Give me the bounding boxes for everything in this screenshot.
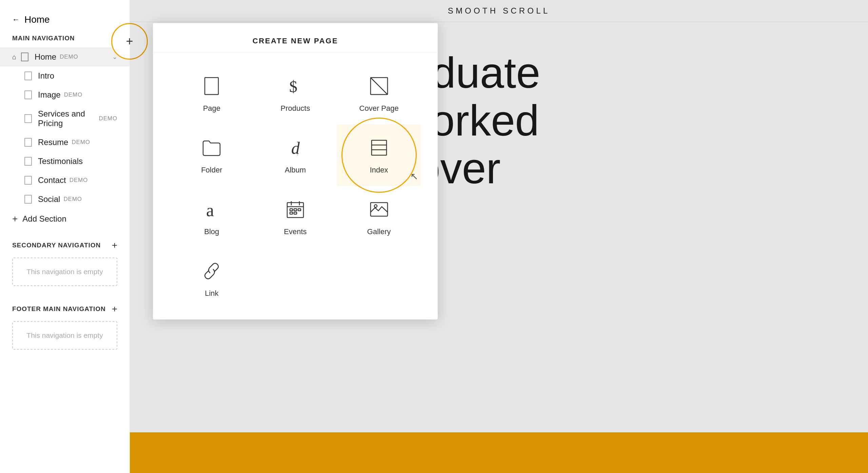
intro-label: Intro (38, 71, 54, 81)
page-icon (24, 90, 32, 99)
modal-item-folder[interactable]: Folder (170, 124, 254, 186)
add-section-label: Add Section (22, 214, 66, 224)
secondary-nav-add-button[interactable]: + (112, 240, 117, 251)
nav-item-services[interactable]: Services and Pricing DEMO (0, 104, 130, 133)
modal-item-gallery[interactable]: Gallery (337, 186, 421, 248)
nav-item-home[interactable]: ⌂ Home DEMO ⌄ (0, 47, 130, 66)
sidebar-header: ← Home (0, 0, 130, 35)
testimonials-label: Testimonials (38, 157, 83, 166)
home-demo-badge: DEMO (60, 54, 78, 60)
page-icon (24, 71, 32, 80)
svg-rect-16 (298, 209, 301, 211)
social-label: Social (38, 194, 60, 204)
svg-text:.: . (297, 151, 298, 156)
link-type-label: Link (205, 289, 218, 298)
page-icon (24, 195, 32, 204)
contact-label: Contact (38, 176, 66, 185)
page-icon (24, 138, 32, 147)
album-type-label: Album (285, 166, 306, 174)
footer-nav-section: FOOTER MAIN NAVIGATION + (0, 293, 130, 314)
svg-text:a: a (206, 201, 214, 220)
modal-title: CREATE NEW PAGE (153, 23, 438, 53)
sidebar: ← Home + MAIN NAVIGATION ⌂ Home DEMO ⌄ I… (0, 0, 130, 473)
page-type-label: Page (203, 104, 220, 113)
svg-text:$: $ (289, 78, 297, 96)
svg-rect-18 (294, 212, 297, 214)
back-arrow-icon[interactable]: ← (12, 15, 20, 24)
page-icon (24, 114, 32, 123)
modal-item-page[interactable]: Page (170, 63, 254, 124)
modal-item-album[interactable]: d . Album (254, 124, 337, 186)
footer-nav-label: FOOTER MAIN NAVIGATION (12, 305, 106, 313)
products-type-label: Products (281, 104, 310, 113)
contact-demo-badge: DEMO (70, 177, 88, 184)
svg-rect-6 (372, 140, 387, 155)
secondary-nav-label: SECONDARY NAVIGATION (12, 242, 101, 249)
main-nav-label: MAIN NAVIGATION (0, 35, 130, 47)
modal-grid: Page $ Products (153, 53, 438, 320)
blog-type-label: Blog (204, 227, 219, 236)
index-type-icon (367, 136, 391, 160)
add-section-button[interactable]: + Add Section (0, 209, 130, 229)
social-demo-badge: DEMO (63, 196, 82, 203)
resume-label: Resume (38, 138, 68, 147)
link-type-icon (200, 259, 223, 283)
nav-item-resume[interactable]: Resume DEMO (0, 133, 130, 152)
svg-point-20 (374, 205, 377, 207)
svg-rect-14 (290, 209, 293, 211)
home-nav-label: Home (35, 52, 56, 62)
create-page-modal: CREATE NEW PAGE Page $ (153, 23, 438, 320)
footer-nav-add-button[interactable]: + (112, 304, 117, 314)
services-label: Services and Pricing (38, 109, 96, 128)
modal-item-cover[interactable]: Cover Page (337, 63, 421, 124)
products-type-icon: $ (283, 74, 307, 98)
modal-item-blog[interactable]: a Blog (170, 186, 254, 248)
modal-item-products[interactable]: $ Products (254, 63, 337, 124)
nav-item-contact[interactable]: Contact DEMO (0, 171, 130, 190)
secondary-nav-section: SECONDARY NAVIGATION + (0, 229, 130, 251)
sidebar-back-label: Home (24, 14, 50, 25)
image-label: Image (38, 90, 61, 100)
index-type-label: Index (370, 166, 388, 174)
nav-item-testimonials[interactable]: Testimonials (0, 152, 130, 171)
nav-item-social[interactable]: Social DEMO (0, 190, 130, 209)
home-icon: ⌂ (12, 53, 16, 61)
secondary-nav-empty: This navigation is empty (12, 258, 117, 286)
modal-item-index[interactable]: Index ↖ (337, 124, 421, 186)
events-type-label: Events (284, 227, 307, 236)
modal-item-link[interactable]: Link (170, 248, 254, 309)
main-content: SMOOTH SCROLL ere! I'm a graduate nt who… (130, 0, 868, 473)
nav-item-intro[interactable]: Intro (0, 66, 130, 85)
svg-rect-17 (290, 212, 293, 214)
svg-rect-0 (205, 78, 218, 95)
services-demo-badge: DEMO (99, 115, 117, 122)
svg-line-3 (371, 78, 388, 95)
cover-type-icon (367, 74, 391, 98)
events-type-icon (283, 198, 307, 221)
folder-type-label: Folder (201, 166, 222, 174)
cover-type-label: Cover Page (359, 104, 399, 113)
svg-text:d: d (291, 139, 300, 158)
svg-rect-15 (294, 209, 297, 211)
footer-nav-empty: This navigation is empty (12, 321, 117, 350)
page-icon (24, 176, 32, 185)
gallery-type-icon (367, 198, 391, 221)
blog-type-icon: a (200, 198, 223, 221)
plus-icon: + (12, 213, 18, 224)
mouse-cursor-icon: ↖ (410, 171, 418, 182)
modal-overlay: CREATE NEW PAGE Page $ (130, 0, 868, 473)
nav-item-image[interactable]: Image DEMO (0, 85, 130, 104)
resume-demo-badge: DEMO (72, 139, 90, 146)
page-icon (24, 157, 32, 166)
page-type-icon (200, 74, 223, 98)
gallery-type-label: Gallery (367, 227, 391, 236)
page-icon (21, 53, 28, 61)
folder-type-icon (200, 136, 223, 160)
album-type-icon: d . (283, 136, 307, 160)
image-demo-badge: DEMO (64, 91, 82, 98)
modal-item-events[interactable]: Events (254, 186, 337, 248)
